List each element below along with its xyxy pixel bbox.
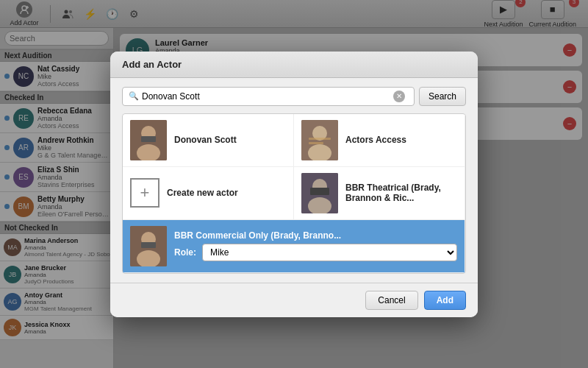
- svg-rect-13: [309, 142, 323, 144]
- result-info: BBR Theatrical (Brady, Brannon & Ric...: [345, 183, 457, 203]
- add-button[interactable]: Add: [424, 291, 466, 310]
- svg-rect-21: [141, 242, 156, 248]
- create-new-icon: +: [130, 178, 159, 208]
- role-row: Role: Mike Amanda Chris: [174, 244, 457, 261]
- avatar: [301, 120, 338, 160]
- search-results-grid: Donovan Scott: [122, 113, 466, 274]
- avatar: [301, 173, 338, 213]
- result-info: Actors Access: [345, 135, 406, 145]
- result-item-bbr-commercial[interactable]: BBR Commercial Only (Brady, Branno... Ro…: [123, 220, 465, 273]
- clear-search-button[interactable]: ✕: [393, 91, 405, 102]
- svg-rect-17: [310, 188, 329, 195]
- result-item-actors-access[interactable]: Actors Access: [294, 114, 465, 167]
- result-item-donovan[interactable]: Donovan Scott: [123, 114, 294, 167]
- avatar: [130, 226, 167, 266]
- modal-overlay: Add an Actor 🔍 ✕ Search: [0, 0, 588, 368]
- role-select[interactable]: Mike Amanda Chris: [202, 244, 457, 261]
- result-info: Donovan Scott: [174, 135, 237, 145]
- modal-footer: Cancel Add: [110, 283, 478, 317]
- modal-header: Add an Actor: [110, 52, 478, 78]
- result-info: BBR Commercial Only (Brady, Branno... Ro…: [174, 230, 457, 261]
- modal-body: 🔍 ✕ Search: [110, 78, 478, 283]
- svg-rect-8: [141, 136, 156, 142]
- modal-search-field: 🔍 ✕: [122, 87, 415, 106]
- modal-search-input[interactable]: [142, 91, 393, 102]
- add-actor-modal: Add an Actor 🔍 ✕ Search: [110, 52, 478, 317]
- search-button[interactable]: Search: [419, 87, 466, 106]
- cancel-button[interactable]: Cancel: [365, 291, 417, 310]
- svg-rect-12: [309, 138, 331, 140]
- result-item-create-new[interactable]: + Create new actor: [123, 167, 294, 220]
- search-icon: 🔍: [129, 91, 139, 101]
- modal-search-row: 🔍 ✕ Search: [122, 87, 466, 106]
- result-info: Create new actor: [167, 188, 238, 198]
- result-item-bbr-theatrical[interactable]: BBR Theatrical (Brady, Brannon & Ric...: [294, 167, 465, 220]
- avatar: [130, 120, 167, 160]
